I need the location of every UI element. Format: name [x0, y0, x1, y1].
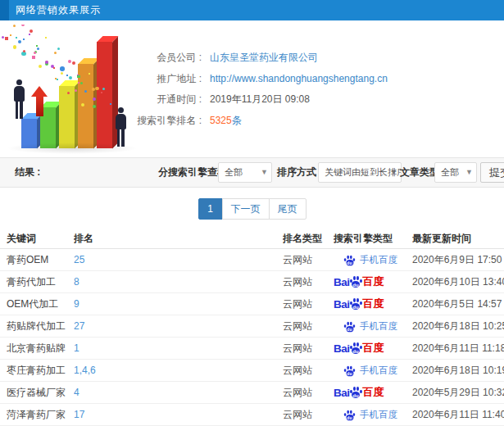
rank-type-cell: 云网站 — [283, 364, 334, 378]
engine-cell: du手机百度 — [334, 365, 412, 377]
promo-url-link[interactable]: http://www.shandonghuangshengtang.cn — [210, 69, 388, 90]
baidu-paw-icon: du — [350, 276, 362, 288]
confetti-dot — [36, 45, 38, 47]
mobile-baidu-logo: du手机百度 — [334, 409, 397, 421]
rank-type-cell: 云网站 — [283, 342, 334, 356]
rank-table: 关键词 排名 排名类型 搜索引擎类型 最新更新时间 膏药OEM25云网站du手机… — [0, 229, 504, 426]
rank-cell[interactable]: 17 — [74, 409, 283, 420]
page-title: 网络营销效果展示 — [0, 4, 101, 16]
confetti-dot — [45, 37, 47, 39]
rank-cell[interactable]: 25 — [74, 254, 283, 265]
rank-count-label: 搜索引擎排名 : — [115, 111, 202, 132]
confetti-dot — [10, 34, 11, 36]
pagination: 1 下一页 尾页 — [198, 198, 306, 220]
table-header: 关键词 排名 排名类型 搜索引擎类型 最新更新时间 — [0, 229, 504, 249]
engine-cell: Baidu百度 — [334, 341, 412, 356]
company-info-list: 会员公司 : 山东皇圣堂药业有限公司 推广地址 : http://www.sha… — [0, 48, 504, 131]
keyword-cell: OEM代加工 — [7, 297, 74, 311]
keyword-cell: 医疗器械厂家 — [7, 386, 74, 400]
rank-cell[interactable]: 4 — [74, 387, 283, 398]
rank-cell[interactable]: 27 — [74, 320, 283, 332]
engine-cell: du手机百度 — [334, 254, 412, 266]
updated-cell: 2020年6月9日 17:50 — [412, 253, 504, 267]
mobile-baidu-logo: du手机百度 — [334, 320, 397, 333]
pagination-area: 1 下一页 尾页 — [0, 188, 504, 229]
rank-type-cell: 云网站 — [283, 297, 334, 311]
table-row: 北京膏药贴牌1云网站Baidu百度2020年6月11日 11:18 — [0, 338, 504, 360]
article-type-label: 文章类型 — [400, 158, 439, 187]
updated-cell: 2020年6月11日 11:40 — [412, 408, 504, 422]
rank-count-unit: 条 — [232, 115, 242, 126]
next-page-button[interactable]: 下一页 — [222, 198, 270, 220]
confetti-dot — [30, 29, 33, 33]
keyword-cell: 膏药代加工 — [7, 275, 74, 289]
mobile-baidu-logo: du手机百度 — [334, 365, 397, 377]
header-engine-type: 搜索引擎类型 — [334, 232, 412, 246]
filter-bar: 结果 : 分搜索引擎查看 ▼全部 排序方式 ▼关键词由短到长排序 文章类型 ▼全… — [0, 157, 504, 188]
baidu-paw-icon: du — [350, 387, 362, 398]
mobile-baidu-label: 手机百度 — [360, 409, 397, 421]
rank-cell[interactable]: 8 — [74, 276, 283, 288]
confetti-dot — [2, 36, 4, 39]
baidu-logo: Baidu百度 — [334, 385, 384, 400]
info-row-company: 会员公司 : 山东皇圣堂药业有限公司 — [0, 48, 504, 69]
confetti-dot — [18, 40, 21, 43]
engine-cell: Baidu百度 — [334, 297, 412, 311]
rank-cell[interactable]: 9 — [74, 298, 283, 310]
info-row-rank-count: 搜索引擎排名 : 5325条 — [0, 111, 504, 132]
company-name-link[interactable]: 山东皇圣堂药业有限公司 — [210, 48, 318, 69]
rank-count-value: 5325条 — [210, 111, 242, 132]
keyword-cell: 枣庄膏药加工 — [7, 364, 74, 378]
mobile-baidu-label: 手机百度 — [360, 320, 397, 333]
last-page-button[interactable]: 尾页 — [269, 198, 306, 220]
confetti-dot — [21, 25, 25, 26]
rank-type-cell: 云网站 — [283, 408, 334, 422]
chevron-down-icon: ▼ — [465, 163, 473, 182]
open-time-value: 2019年11月20日 09:08 — [210, 89, 310, 111]
rank-type-cell: 云网站 — [283, 386, 334, 400]
header-rank: 排名 — [74, 232, 283, 246]
rank-type-cell: 云网站 — [283, 275, 334, 289]
info-row-open-time: 开通时间 : 2019年11月20日 09:08 — [0, 89, 504, 111]
updated-cell: 2020年5月29日 10:32 — [412, 386, 504, 400]
table-row: 药贴牌代加工27云网站du手机百度2020年6月18日 10:25 — [0, 315, 504, 338]
titlebar: 网络营销效果展示 — [0, 0, 504, 20]
table-row: OEM代加工9云网站Baidu百度2020年6月5日 14:57 — [0, 293, 504, 315]
baidu-paw-icon: du — [344, 322, 356, 333]
engine-cell: du手机百度 — [334, 320, 412, 333]
engine-cell: du手机百度 — [334, 409, 412, 421]
mobile-baidu-logo: du手机百度 — [334, 254, 397, 266]
rank-cell[interactable]: 1 — [74, 342, 283, 354]
engine-cell: Baidu百度 — [334, 274, 412, 289]
baidu-paw-icon: du — [344, 256, 356, 266]
updated-cell: 2020年6月11日 11:18 — [412, 342, 504, 356]
rank-cell[interactable]: 1,4,6 — [74, 365, 283, 376]
confetti-dot — [23, 39, 25, 40]
baidu-logo: Baidu百度 — [334, 297, 384, 311]
baidu-logo: Baidu百度 — [334, 274, 384, 289]
keyword-cell: 膏药OEM — [7, 253, 74, 267]
info-section: 会员公司 : 山东皇圣堂药业有限公司 推广地址 : http://www.sha… — [0, 20, 504, 157]
open-time-label: 开通时间 : — [115, 89, 202, 111]
table-row: 菏泽膏药厂家17云网站du手机百度2020年6月11日 11:40 — [0, 404, 504, 426]
table-row: 枣庄膏药加工1,4,6云网站du手机百度2020年6月18日 10:19 — [0, 360, 504, 382]
engine-filter-select[interactable]: ▼全部 — [218, 162, 272, 183]
updated-cell: 2020年6月10日 13:40 — [412, 275, 504, 289]
app-window: 网络营销效果展示 会员公司 : 山东皇圣堂药业有限公司 — [0, 0, 504, 426]
engine-cell: Baidu百度 — [334, 385, 412, 400]
baidu-paw-icon: du — [344, 410, 356, 421]
article-type-select[interactable]: ▼全部 — [434, 162, 477, 183]
header-rank-type: 排名类型 — [283, 232, 334, 246]
company-label: 会员公司 : — [115, 48, 202, 69]
sort-filter-select[interactable]: ▼关键词由短到长排序 — [318, 162, 402, 183]
confetti-dot — [13, 25, 16, 27]
header-updated: 最新更新时间 — [412, 232, 504, 246]
chevron-down-icon: ▼ — [261, 163, 268, 182]
rank-type-cell: 云网站 — [283, 253, 334, 267]
baidu-paw-icon: du — [344, 366, 356, 377]
submit-button[interactable]: 提交 — [480, 162, 504, 183]
page-1-button[interactable]: 1 — [198, 198, 223, 220]
confetti-dot — [16, 37, 17, 39]
baidu-logo: Baidu百度 — [334, 341, 384, 356]
confetti-dot — [29, 34, 30, 35]
